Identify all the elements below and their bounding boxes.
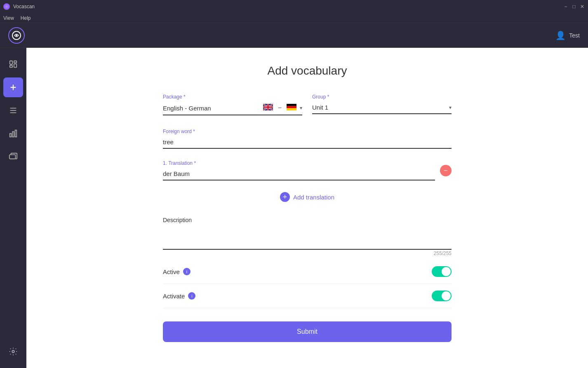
add-translation-label: Add translation — [293, 194, 334, 201]
titlebar: Vocascan − □ ✕ — [0, 0, 588, 13]
header: 👤 Test — [0, 23, 588, 48]
app-logo — [3, 3, 10, 10]
page-title: Add vocabulary — [163, 64, 452, 77]
description-textarea[interactable] — [163, 225, 452, 250]
sidebar-item-cards[interactable] — [3, 147, 23, 166]
svg-rect-5 — [9, 66, 12, 68]
sidebar-item-library[interactable] — [3, 54, 23, 74]
sidebar-item-stats[interactable] — [3, 124, 23, 143]
active-info-icon[interactable]: i — [183, 268, 191, 275]
group-value: Unit 1 — [312, 104, 449, 111]
svg-rect-4 — [14, 64, 16, 67]
group-select[interactable]: Unit 1 ▾ — [312, 101, 452, 114]
active-label: Active — [163, 268, 180, 275]
menu-help[interactable]: Help — [21, 15, 31, 21]
add-translation-icon: + — [280, 192, 290, 202]
titlebar-controls: − □ ✕ — [563, 4, 585, 9]
menu-view[interactable]: View — [3, 15, 14, 21]
activate-toggle[interactable] — [432, 291, 452, 301]
main-layout: Add vocabulary Package * English - Germa… — [0, 48, 588, 368]
foreign-word-label: Foreign word * — [163, 129, 452, 134]
description-field: Description 255/255 — [163, 217, 452, 256]
activate-label-group: Activate i — [163, 292, 195, 300]
svg-rect-19 — [287, 108, 296, 110]
package-dropdown-icon: ▾ — [300, 105, 302, 111]
active-toggle-row: Active i — [163, 260, 452, 284]
svg-rect-2 — [9, 61, 12, 64]
description-label: Description — [163, 217, 452, 223]
maximize-button[interactable]: □ — [572, 4, 576, 9]
active-toggle[interactable] — [432, 266, 452, 277]
svg-rect-17 — [287, 104, 296, 106]
svg-point-1 — [16, 35, 17, 36]
menubar: View Help — [0, 13, 588, 23]
foreign-word-field: Foreign word * — [163, 129, 452, 149]
remove-translation-button[interactable]: − — [440, 165, 452, 176]
svg-rect-12 — [12, 131, 14, 137]
flag-de-icon — [287, 104, 296, 112]
form-section: Add vocabulary Package * English - Germa… — [163, 64, 452, 342]
package-label: Package * — [163, 94, 302, 100]
translation-row: 1. Translation * − — [163, 160, 452, 180]
package-field: Package * English - German — [163, 94, 302, 115]
package-select[interactable]: English - German − — [163, 101, 302, 115]
content-area: Add vocabulary Package * English - Germa… — [26, 48, 588, 368]
user-name: Test — [569, 32, 580, 39]
svg-rect-13 — [15, 130, 16, 137]
foreign-word-input[interactable] — [163, 136, 452, 149]
dash-separator: − — [278, 104, 282, 112]
svg-rect-14 — [9, 155, 15, 159]
translation-input[interactable] — [163, 168, 435, 180]
svg-point-15 — [12, 350, 14, 353]
group-field: Group * Unit 1 ▾ — [312, 94, 452, 115]
group-dropdown-icon: ▾ — [449, 105, 452, 110]
translation-label: 1. Translation * — [163, 160, 435, 166]
svg-rect-3 — [14, 61, 16, 63]
sidebar-item-list[interactable] — [3, 101, 23, 120]
titlebar-title: Vocascan — [13, 4, 35, 9]
flag-uk-icon — [263, 104, 273, 112]
app-icon — [8, 27, 25, 44]
activate-label: Activate — [163, 293, 185, 300]
group-label: Group * — [312, 94, 452, 100]
active-label-group: Active i — [163, 268, 191, 275]
char-count: 255/255 — [163, 251, 452, 256]
titlebar-left: Vocascan — [3, 3, 35, 10]
sidebar — [0, 48, 26, 368]
user-info: 👤 Test — [555, 30, 580, 40]
sidebar-item-settings[interactable] — [3, 342, 23, 361]
close-button[interactable]: ✕ — [580, 4, 585, 9]
add-translation-button[interactable]: + Add translation — [163, 187, 452, 207]
activate-toggle-row: Activate i — [163, 284, 452, 308]
translation-field: 1. Translation * — [163, 160, 452, 180]
activate-info-icon[interactable]: i — [188, 292, 195, 300]
minimize-button[interactable]: − — [563, 4, 568, 9]
package-value: English - German — [163, 105, 260, 112]
svg-rect-18 — [287, 106, 296, 108]
svg-rect-11 — [9, 134, 11, 137]
package-group-row: Package * English - German — [163, 94, 452, 115]
user-icon: 👤 — [555, 30, 566, 40]
submit-button[interactable]: Submit — [163, 321, 452, 342]
sidebar-item-add[interactable] — [3, 77, 23, 97]
